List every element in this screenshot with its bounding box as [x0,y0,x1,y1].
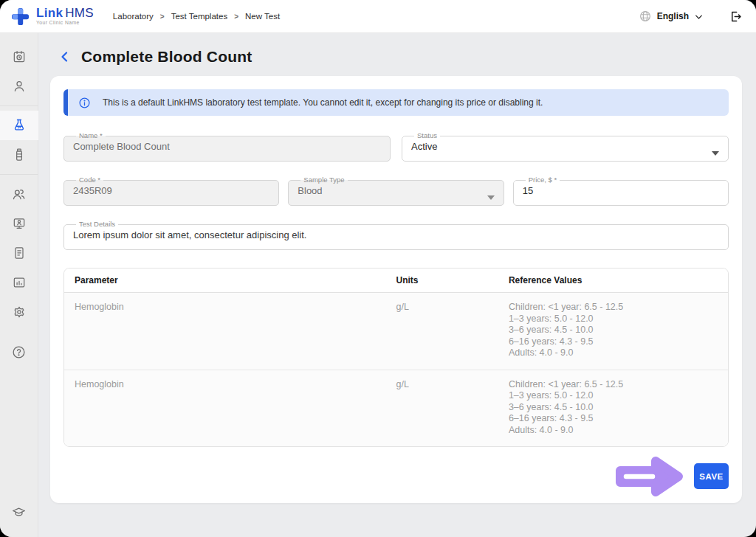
units-cell: g/L [396,302,509,359]
table-row: Hemoglobin g/L Children: <1 year: 6.5 - … [64,293,728,370]
sidebar-item-documents[interactable] [0,238,38,268]
code-field-value: 2435R09 [73,185,269,196]
logo-title-hms: HMS [65,6,94,20]
sidebar-item-patients[interactable] [0,72,38,101]
calendar-clock-icon [12,49,27,64]
status-select-label: Status [414,132,440,139]
code-field-label: Code * [76,176,103,184]
reference-line: 6–16 years: 4.3 - 9.5 [509,413,718,424]
parameters-table-header: Parameter Units Reference Values [64,268,728,293]
reference-line: 1–3 years: 5.0 - 12.0 [509,313,718,325]
reference-line: 1–3 years: 5.0 - 12.0 [509,390,718,401]
test-details-field-label: Test Details [76,221,118,228]
language-label: English [657,11,689,21]
sidebar-item-staff[interactable] [0,179,38,209]
chevron-left-icon [59,51,71,63]
caret-down-icon [712,151,719,156]
parameter-cell: Hemoglobin [75,379,396,437]
medicine-bottle-icon [12,148,27,162]
column-header-units: Units [396,275,509,285]
globe-icon [639,10,652,23]
sidebar-group-clinical [0,111,38,175]
help-circle-icon [11,344,27,360]
sidebar-item-reports[interactable] [0,268,38,297]
lab-flask-icon [12,118,27,133]
breadcrumb: Laboratory > Test Templates > New Test [113,12,280,21]
column-header-parameter: Parameter [75,275,396,285]
parameter-cell: Hemoglobin [75,302,396,359]
status-select-value: Active [411,141,719,152]
test-details-field-value: Lorem ipsum dolor sit amet, consectetur … [73,229,719,240]
save-button[interactable]: SAVE [694,463,729,489]
price-field-value: 15 [523,185,719,196]
reference-line: Adults: 4.0 - 9.0 [509,425,718,436]
breadcrumb-item-test-templates[interactable]: Test Templates [171,12,228,21]
page-title: Complete Blood Count [81,48,252,66]
chart-window-icon [12,275,27,290]
reference-line: Children: <1 year: 6.5 - 12.5 [509,379,718,390]
gear-icon [12,305,27,319]
top-header: LinkHMS Your Clinic Name Laboratory > Te… [0,0,756,33]
table-row: Hemoglobin g/L Children: <1 year: 6.5 - … [64,370,728,447]
units-cell: g/L [396,379,509,437]
reference-line: 3–6 years: 4.5 - 10.0 [509,402,718,413]
sidebar-group-front-desk [0,42,38,106]
sidebar-item-learning[interactable] [0,497,38,527]
sidebar-item-settings[interactable] [0,297,38,327]
reference-values-cell: Children: <1 year: 6.5 - 12.5 1–3 years:… [509,302,718,359]
info-banner: This is a default LinkHMS laboratory tes… [63,89,729,116]
breadcrumb-item-new-test[interactable]: New Test [245,12,280,21]
price-field[interactable]: Price, $ * 15 [513,176,729,206]
logo-title-link: Link [36,6,63,20]
breadcrumb-separator: > [234,13,238,21]
staff-group-icon [11,187,27,202]
name-field-label: Name * [76,132,106,139]
breadcrumb-separator: > [160,13,165,21]
sample-type-select-label: Sample Type [300,176,347,184]
reference-line: Adults: 4.0 - 9.0 [509,347,718,358]
name-field: Name * Complete Blood Count [63,132,391,162]
graduation-cap-icon [11,505,27,520]
logout-icon [729,10,743,24]
info-icon [78,97,91,109]
name-field-value: Complete Blood Count [73,141,381,152]
sidebar-nav [0,33,38,537]
medical-cross-icon [10,7,30,27]
sidebar-item-appointments[interactable] [0,42,38,72]
app-window: LinkHMS Your Clinic Name Laboratory > Te… [0,0,756,537]
patient-icon [12,79,27,94]
main-content: Complete Blood Count This is a default L… [38,33,756,537]
reference-line: 6–16 years: 4.3 - 9.5 [509,336,718,347]
sidebar-item-laboratory[interactable] [0,111,38,140]
reference-line: Children: <1 year: 6.5 - 12.5 [509,302,718,313]
info-banner-text: This is a default LinkHMS laboratory tes… [103,97,543,108]
test-details-field: Test Details Lorem ipsum dolor sit amet,… [63,221,729,250]
reference-line: 3–6 years: 4.5 - 10.0 [509,325,718,336]
annotation-arrow-icon [608,451,688,502]
sidebar-item-workstation[interactable] [0,209,38,238]
sidebar-item-pharmacy[interactable] [0,140,38,170]
column-header-reference-values: Reference Values [509,275,718,285]
language-selector[interactable]: English [639,10,704,23]
breadcrumb-item-laboratory[interactable]: Laboratory [113,12,154,21]
document-list-icon [12,246,27,260]
test-template-card: This is a default LinkHMS laboratory tes… [50,76,742,503]
monitor-user-icon [12,216,27,231]
sample-type-select-value: Blood [298,185,494,196]
sample-type-select: Sample Type Blood [288,176,504,206]
reference-values-cell: Children: <1 year: 6.5 - 12.5 1–3 years:… [509,379,718,437]
logo-text: LinkHMS Your Clinic Name [36,7,94,26]
code-field: Code * 2435R09 [63,176,279,206]
sidebar-item-help[interactable] [0,337,38,367]
app-logo[interactable]: LinkHMS Your Clinic Name [10,7,94,27]
parameters-table: Parameter Units Reference Values Hemoglo… [63,268,729,447]
back-button[interactable] [59,51,71,63]
chevron-down-icon [694,12,704,21]
caret-down-icon [487,195,495,200]
status-select[interactable]: Status Active [402,132,729,162]
price-field-label: Price, $ * [526,176,560,184]
logout-button[interactable] [729,10,743,24]
logo-subtitle: Your Clinic Name [36,21,94,26]
